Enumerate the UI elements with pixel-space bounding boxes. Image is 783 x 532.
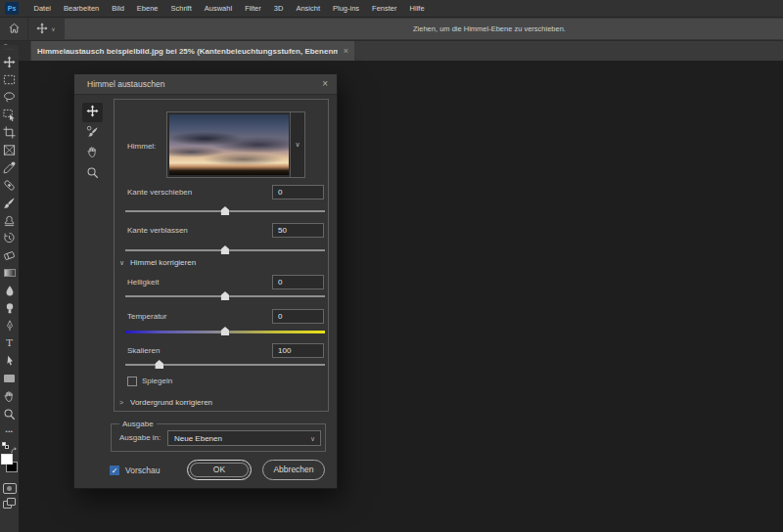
dialog-hand-tool-button[interactable] xyxy=(82,144,103,163)
lasso-icon xyxy=(3,91,16,104)
menu-fenster[interactable]: Fenster xyxy=(366,0,403,18)
gradient-tool-button[interactable] xyxy=(0,264,19,282)
menu-bild[interactable]: Bild xyxy=(106,0,131,18)
menu-bearbeiten[interactable]: Bearbeiten xyxy=(58,0,106,18)
tab-close-icon[interactable]: × xyxy=(344,46,348,56)
eyedropper-icon xyxy=(3,161,16,174)
options-bar: ∨ Ziehen, um die Himmel-Ebene zu verschi… xyxy=(0,18,783,41)
type-tool-button[interactable]: T xyxy=(0,334,19,352)
frame-tool-button[interactable] xyxy=(0,141,19,158)
output-select-value: Neue Ebenen xyxy=(174,434,222,443)
menu-auswahl[interactable]: Auswahl xyxy=(198,0,238,18)
foreground-background-colors xyxy=(0,454,19,480)
menu-datei[interactable]: Datei xyxy=(27,0,58,18)
scale-slider-thumb[interactable] xyxy=(155,360,163,369)
frame-icon xyxy=(3,144,16,156)
lasso-tool-button[interactable] xyxy=(0,88,19,106)
path-selection-tool-button[interactable] xyxy=(0,352,19,370)
move-tool-preset[interactable]: ∨ xyxy=(28,18,64,41)
menu-hilfe[interactable]: Hilfe xyxy=(403,0,431,18)
preview-checkbox[interactable]: ✓ xyxy=(110,466,119,475)
fade-edge-slider-thumb[interactable] xyxy=(221,245,230,254)
blur-tool-button[interactable] xyxy=(0,282,19,299)
zoom-tool-button[interactable] xyxy=(0,405,19,422)
dialog-move-tool-button[interactable] xyxy=(82,103,103,122)
dodge-icon xyxy=(4,302,16,314)
shift-edge-slider[interactable] xyxy=(125,210,325,212)
dialog-close-icon[interactable]: × xyxy=(322,78,328,89)
sky-adjustments-label: Himmel korrigieren xyxy=(130,258,196,267)
clone-stamp-icon xyxy=(3,214,16,227)
brightness-slider-thumb[interactable] xyxy=(221,291,230,300)
chevron-down-icon: ∨ xyxy=(119,259,130,267)
output-select[interactable]: Neue Ebenen ∨ xyxy=(167,430,321,446)
healing-brush-tool-button[interactable] xyxy=(0,176,19,194)
temperature-slider-thumb[interactable] xyxy=(221,327,230,335)
brightness-value[interactable] xyxy=(272,275,324,289)
clone-stamp-tool-button[interactable] xyxy=(0,211,19,229)
pen-tool-button[interactable] xyxy=(0,317,19,334)
eraser-tool-button[interactable] xyxy=(0,246,19,264)
dialog-settings-panel: Himmel: ∨ Kante verschieben Kante verbla… xyxy=(114,99,329,412)
temperature-value[interactable] xyxy=(272,309,324,324)
output-fieldset: Ausgabe Ausgabe in: Neue Ebenen ∨ xyxy=(111,423,326,452)
menu-filter[interactable]: Filter xyxy=(239,0,268,18)
photoshop-window: Ps Datei Bearbeiten Bild Ebene Schrift A… xyxy=(0,0,783,532)
document-tab-bar: » Himmelaustausch beispielbild.jpg bei 2… xyxy=(0,41,783,61)
history-brush-tool-button[interactable] xyxy=(0,229,19,246)
ellipsis-icon: ••• xyxy=(6,428,14,434)
shape-tool-button[interactable] xyxy=(0,370,19,387)
dialog-zoom-tool-button[interactable] xyxy=(82,164,103,184)
sky-adjustments-section-header[interactable]: ∨Himmel korrigieren xyxy=(119,258,196,267)
eraser-icon xyxy=(3,249,16,262)
default-colors-icon-bg[interactable] xyxy=(5,445,9,449)
foreground-color-swatch[interactable] xyxy=(1,454,13,465)
flip-checkbox[interactable] xyxy=(127,377,137,386)
edit-toolbar-button[interactable]: ••• xyxy=(0,422,19,440)
hand-tool-button[interactable] xyxy=(0,387,19,405)
fade-edge-label: Kante verblassen xyxy=(127,226,188,235)
menu-ebene[interactable]: Ebene xyxy=(130,0,164,18)
object-selection-tool-button[interactable] xyxy=(0,106,19,123)
quick-mask-button[interactable] xyxy=(0,480,19,496)
crop-tool-button[interactable] xyxy=(0,123,19,141)
shift-edge-slider-thumb[interactable] xyxy=(221,206,230,215)
marquee-tool-button[interactable] xyxy=(0,70,19,88)
chevron-down-icon: ∨ xyxy=(295,141,299,149)
color-controls xyxy=(0,440,19,452)
move-tool-button[interactable] xyxy=(0,53,19,70)
fade-edge-value[interactable] xyxy=(272,223,324,238)
flip-label: Spiegeln xyxy=(142,377,172,385)
brush-tool-button[interactable] xyxy=(0,194,19,211)
sky-preset-dropdown[interactable]: ∨ xyxy=(166,111,305,178)
screen-mode-button[interactable] xyxy=(0,496,19,511)
foreground-adjustments-section-header[interactable]: >Vordergrund korrigieren xyxy=(119,398,212,407)
eyedropper-tool-button[interactable] xyxy=(0,158,19,176)
menu-ansicht[interactable]: Ansicht xyxy=(290,0,327,18)
shift-edge-value[interactable] xyxy=(272,185,324,200)
preview-label: Vorschau xyxy=(125,466,160,475)
scale-value[interactable] xyxy=(272,343,324,358)
menu-3d[interactable]: 3D xyxy=(267,0,290,18)
menu-plugins[interactable]: Plug-ins xyxy=(327,0,366,18)
document-tab[interactable]: Himmelaustausch beispielbild.jpg bei 25%… xyxy=(31,41,354,61)
dialog-sky-brush-tool-button[interactable] xyxy=(82,123,103,143)
dialog-title-bar[interactable]: Himmel austauschen × xyxy=(74,74,337,95)
temperature-slider[interactable] xyxy=(125,331,325,333)
sky-thumbnail xyxy=(169,114,289,175)
scale-slider[interactable] xyxy=(125,364,325,366)
home-button[interactable] xyxy=(0,18,28,41)
cancel-button[interactable]: Abbrechen xyxy=(262,460,325,480)
object-selection-icon xyxy=(3,109,16,121)
dodge-tool-button[interactable] xyxy=(0,299,19,317)
ok-button[interactable]: OK xyxy=(187,460,252,480)
sky-dropdown-strip[interactable]: ∨ xyxy=(290,112,304,177)
menu-bar: Ps Datei Bearbeiten Bild Ebene Schrift A… xyxy=(0,0,783,18)
options-hint-strip: Ziehen, um die Himmel-Ebene zu verschieb… xyxy=(65,19,783,39)
menu-schrift[interactable]: Schrift xyxy=(164,0,198,18)
type-tool-icon: T xyxy=(6,338,13,348)
sky-label: Himmel: xyxy=(127,142,156,151)
tools-panel: ···· T ••• xyxy=(0,45,19,532)
fade-edge-slider[interactable] xyxy=(125,249,325,251)
brightness-slider[interactable] xyxy=(125,295,325,297)
